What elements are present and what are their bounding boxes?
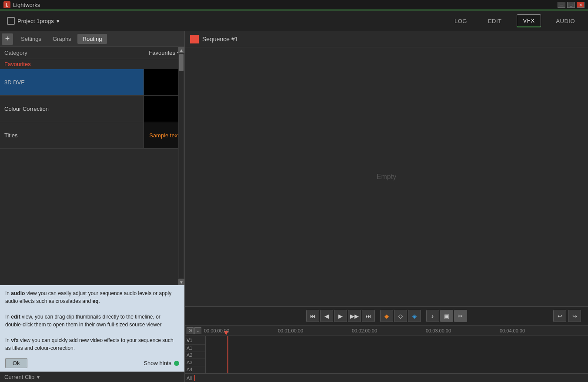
project-name: Project 1progs (17, 18, 54, 24)
project-button[interactable]: Project 1progs ▾ (7, 17, 60, 25)
title-bar: L Lightworks ─ □ ✕ (0, 0, 588, 10)
timeline: ⊙ - 00:00:00.00 00:01:00.00 00:02:00.00 … (185, 326, 588, 382)
effect-item-colour-correction[interactable]: Colour Correction (0, 96, 184, 122)
scroll-track (179, 54, 184, 278)
tab-log[interactable]: LOG (448, 15, 473, 27)
project-icon (7, 17, 15, 25)
effects-list: 3D DVE Colour Correction Titles Sample t… (0, 69, 184, 285)
undo-redo-area: ↩ ↪ (553, 310, 581, 322)
time-mark-3: 00:03:00.00 (426, 328, 451, 333)
project-dropdown-arrow: ▾ (57, 18, 60, 24)
title-bar-left: L Lightworks (3, 1, 40, 8)
category-value-text: Favourites (149, 50, 175, 56)
effect-name-titles: Titles (0, 122, 144, 148)
sample-text-label: Sample text (149, 132, 179, 139)
all-label: All (187, 375, 192, 381)
prev-frame-button[interactable]: ◀ (320, 310, 333, 322)
effect-name-3d-dve: 3D DVE (0, 69, 144, 95)
viewer-area: Empty (185, 47, 588, 306)
show-hints-toggle[interactable]: Show hints (144, 360, 179, 366)
scroll-down-button[interactable]: ▼ (178, 279, 184, 285)
show-hints-label: Show hints (144, 360, 171, 366)
next-frame-button[interactable]: ▶▶ (348, 310, 361, 322)
zoom-fit-button[interactable]: ⊙ (187, 327, 194, 334)
insert-button[interactable]: ▣ (440, 310, 453, 322)
tracks-area: V1 A1 A2 A3 A4 (185, 336, 588, 373)
current-clip-bar: Current Clip ▾ (0, 372, 184, 382)
left-panel: + Settings Graphs Routing Category Favou… (0, 31, 185, 382)
hint-footer: Ok Show hints (0, 356, 184, 372)
effect-name-colour-correction: Colour Correction (0, 96, 144, 122)
content-area: + Settings Graphs Routing Category Favou… (0, 31, 588, 382)
category-header: Category Favourites ▾ (0, 47, 184, 59)
current-clip-chevron-icon[interactable]: ▾ (37, 374, 40, 380)
effect-item-titles[interactable]: Titles Sample text (0, 122, 184, 149)
category-dropdown[interactable]: Favourites ▾ (149, 50, 180, 56)
track-label-a1: A1 (185, 345, 205, 352)
effects-scrollbar: ▲ ▼ (178, 47, 184, 285)
hints-indicator (174, 361, 179, 366)
track-content (206, 336, 588, 373)
title-text: Lightworks (13, 2, 40, 8)
tab-settings[interactable]: Settings (16, 34, 47, 44)
playhead-line (227, 336, 228, 373)
undo-button[interactable]: ↩ (553, 310, 566, 322)
favourites-label: Favourites (0, 59, 184, 69)
time-mark-4: 00:04:00.00 (500, 328, 525, 333)
redo-button[interactable]: ↪ (568, 310, 581, 322)
maximize-button[interactable]: □ (567, 2, 575, 8)
timeline-ruler: ⊙ - 00:00:00.00 00:01:00.00 00:02:00.00 … (185, 326, 588, 336)
add-tab-button[interactable]: + (2, 33, 13, 45)
track-label-v1: V1 (185, 336, 205, 345)
sequence-header: Sequence #1 (185, 31, 588, 47)
all-bar: All (185, 373, 588, 382)
current-clip-label: Current Clip (4, 374, 34, 380)
all-playhead-indicator (194, 375, 195, 381)
right-panel: Sequence #1 Empty ⏮ ◀ ▶ ▶▶ ⏭ ◆ ◇ ◈ ♪ ▣ ✂… (185, 31, 588, 382)
track-label-a2: A2 (185, 352, 205, 359)
mark-in-button[interactable]: ◆ (380, 310, 393, 322)
timeline-zoom-controls: ⊙ - (187, 327, 201, 334)
tab-vfx[interactable]: VFX (517, 14, 541, 27)
scroll-thumb[interactable] (179, 54, 184, 71)
play-button[interactable]: ▶ (334, 310, 347, 322)
close-button[interactable]: ✕ (577, 2, 585, 8)
effects-area: Category Favourites ▾ Favourites 3D DVE … (0, 47, 184, 285)
zoom-out-button[interactable]: - (194, 327, 201, 334)
sub-tabs: + Settings Graphs Routing (0, 31, 184, 47)
scroll-up-button[interactable]: ▲ (178, 47, 184, 53)
sequence-flag-icon (190, 35, 199, 43)
time-mark-0: 00:00:00.00 (204, 328, 229, 333)
ok-button[interactable]: Ok (5, 358, 27, 368)
time-mark-2: 00:02:00.00 (352, 328, 377, 333)
mark-clip-button[interactable]: ◈ (408, 310, 421, 322)
track-label-a3: A3 (185, 359, 205, 366)
audio-toggle-button[interactable]: ♪ (426, 310, 439, 322)
mark-out-button[interactable]: ◇ (394, 310, 407, 322)
hint-box: In audio view you can easily adjust your… (0, 285, 184, 356)
track-label-a4: A4 (185, 366, 205, 373)
window-controls: ─ □ ✕ (558, 2, 585, 8)
app-icon: L (3, 1, 10, 8)
effect-item-3d-dve[interactable]: 3D DVE (0, 69, 184, 96)
go-end-button[interactable]: ⏭ (362, 310, 375, 322)
tab-audio[interactable]: AUDIO (550, 15, 581, 27)
tab-graphs[interactable]: Graphs (47, 34, 77, 44)
tab-routing[interactable]: Routing (77, 34, 107, 44)
sequence-title: Sequence #1 (202, 36, 238, 43)
minimize-button[interactable]: ─ (558, 2, 565, 8)
empty-label: Empty (377, 173, 396, 181)
time-mark-1: 00:01:00.00 (278, 328, 303, 333)
category-label: Category (4, 50, 27, 56)
track-labels: V1 A1 A2 A3 A4 (185, 336, 206, 373)
transport-controls: ⏮ ◀ ▶ ▶▶ ⏭ ◆ ◇ ◈ ♪ ▣ ✂ ↩ ↪ (185, 306, 588, 326)
overwrite-button[interactable]: ✂ (454, 310, 467, 322)
go-start-button[interactable]: ⏮ (306, 310, 319, 322)
nav-bar: Project 1progs ▾ LOG EDIT VFX AUDIO (0, 10, 588, 31)
tab-edit[interactable]: EDIT (482, 15, 508, 27)
